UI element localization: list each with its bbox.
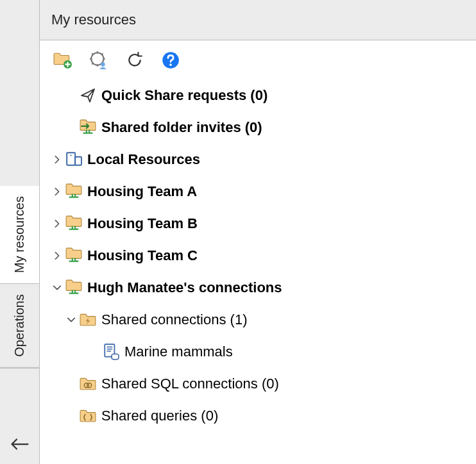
shared-folder-icon — [64, 215, 83, 232]
tree-item-label: Hugh Manatee's connections — [87, 279, 282, 296]
tree-item-label: Marine mammals — [124, 344, 233, 360]
chevron-right-icon[interactable] — [50, 219, 64, 228]
help-button[interactable] — [160, 50, 181, 70]
tree-item-label: Housing Team C — [87, 247, 198, 264]
folder-invite-icon — [78, 119, 98, 136]
toolbar — [40, 41, 476, 79]
tab-operations[interactable]: Operations — [0, 284, 39, 368]
vertical-tab-strip: My resources Operations — [0, 0, 40, 464]
manage-users-button[interactable] — [89, 50, 109, 70]
chevron-down-icon[interactable] — [64, 315, 78, 324]
panel-title: My resources — [40, 0, 476, 40]
tree-item-quick-share[interactable]: Quick Share requests (0) — [40, 79, 476, 112]
paper-plane-icon — [78, 88, 98, 103]
tab-my-resources[interactable]: My resources — [0, 186, 39, 284]
database-doc-icon — [101, 344, 121, 360]
folder-bolt-icon — [78, 313, 98, 327]
new-folder-button[interactable] — [53, 50, 73, 70]
tree-item-team-b[interactable]: Housing Team B — [40, 208, 476, 240]
tree-item-label: Shared SQL connections (0) — [101, 376, 279, 392]
chevron-right-icon[interactable] — [50, 187, 64, 196]
tree-item-label: Housing Team B — [87, 215, 198, 232]
tree-item-marine-mammals[interactable]: Marine mammals — [40, 336, 476, 368]
tree-item-label: Shared connections (1) — [101, 311, 247, 328]
panel: My resources — [40, 0, 476, 464]
tree-item-label: Quick Share requests (0) — [101, 87, 268, 104]
tree-item-hugh-connections[interactable]: Hugh Manatee's connections — [40, 272, 476, 304]
tree-item-local-resources[interactable]: Local Resources — [40, 144, 476, 176]
refresh-button[interactable] — [124, 50, 145, 70]
computer-icon — [64, 151, 83, 168]
panel-body: Quick Share requests (0) Shared folder i… — [40, 40, 476, 464]
tree-item-label: Shared folder invites (0) — [101, 119, 262, 136]
tree-item-team-c[interactable]: Housing Team C — [40, 240, 476, 272]
folder-sql-icon — [78, 377, 98, 391]
back-arrow-icon[interactable] — [10, 437, 30, 451]
tree-item-label: Local Resources — [87, 151, 200, 168]
app-root: My resources Operations My resources — [0, 0, 476, 464]
tree-item-shared-queries[interactable]: Shared queries (0) — [40, 400, 476, 432]
tree-item-label: Housing Team A — [87, 183, 197, 200]
shared-folder-icon — [64, 247, 83, 264]
shared-folder-icon — [64, 279, 83, 296]
resource-tree: Quick Share requests (0) Shared folder i… — [40, 79, 476, 440]
shared-folder-icon — [64, 183, 83, 200]
folder-queries-icon — [78, 409, 98, 423]
tree-item-shared-connections[interactable]: Shared connections (1) — [40, 304, 476, 336]
tree-item-shared-invites[interactable]: Shared folder invites (0) — [40, 112, 476, 144]
chevron-down-icon[interactable] — [50, 283, 64, 292]
tree-item-team-a[interactable]: Housing Team A — [40, 176, 476, 208]
tree-item-label: Shared queries (0) — [101, 408, 218, 424]
chevron-right-icon[interactable] — [50, 251, 64, 260]
tree-item-shared-sql[interactable]: Shared SQL connections (0) — [40, 368, 476, 400]
chevron-right-icon[interactable] — [50, 155, 64, 164]
